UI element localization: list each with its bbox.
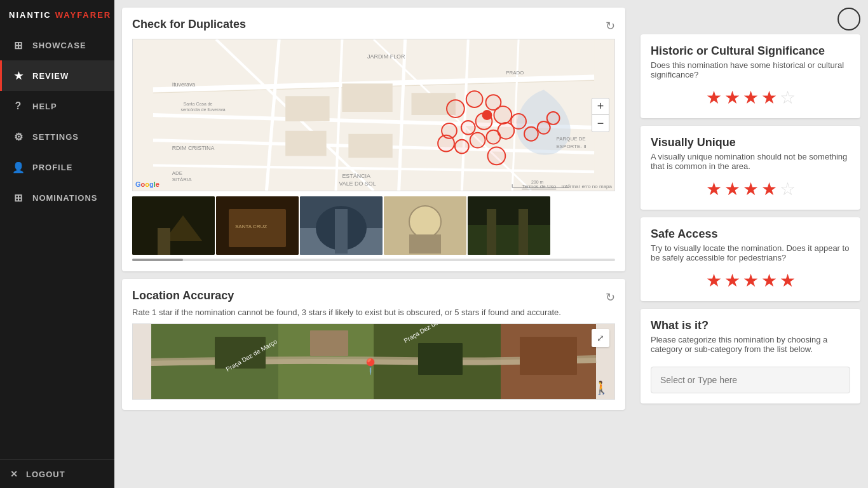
showcase-icon: ⊞ <box>12 39 25 51</box>
google-logo: Google <box>135 180 159 188</box>
visually-unique-card: Visually Unique A visually unique nomina… <box>641 126 860 210</box>
star-4[interactable]: ★ <box>761 270 777 291</box>
svg-point-37 <box>438 135 454 152</box>
sidebar-item-settings[interactable]: ⚙ SETTINGS <box>0 121 114 152</box>
svg-rect-77 <box>520 337 577 375</box>
visually-unique-description: A visually unique nomination should not … <box>651 152 850 171</box>
star-3[interactable]: ★ <box>743 87 759 108</box>
svg-point-46 <box>487 147 505 165</box>
safe-access-description: Try to visually locate the nomination. D… <box>651 243 850 262</box>
svg-point-30 <box>447 100 465 118</box>
svg-text:SANTA CRUZ: SANTA CRUZ <box>235 224 267 229</box>
category-input[interactable] <box>651 367 850 393</box>
photo-thumb-2[interactable]: SANTA CRUZ <box>216 196 299 255</box>
photo-thumb-3[interactable] <box>300 196 383 255</box>
svg-text:sericórdia de Ituverava: sericórdia de Ituverava <box>181 107 226 112</box>
svg-rect-68 <box>519 209 528 255</box>
sidebar-item-profile[interactable]: 👤 PROFILE <box>0 152 114 182</box>
location-refresh-icon[interactable]: ↻ <box>606 290 615 304</box>
satellite-map[interactable]: Praça Dez de Março Praça Dez de 📍 ⤢ 🚶 <box>132 323 615 400</box>
svg-point-43 <box>524 127 538 141</box>
svg-text:📍: 📍 <box>361 357 380 376</box>
person-icon: 👤 <box>12 161 25 173</box>
safe-access-title: Safe Access <box>651 227 850 241</box>
refresh-icon[interactable]: ↻ <box>606 19 615 33</box>
zoom-out-button[interactable]: − <box>592 115 609 132</box>
star-1[interactable]: ★ <box>706 270 722 291</box>
star-4[interactable]: ★ <box>761 87 777 108</box>
star-5[interactable]: ☆ <box>780 179 796 200</box>
duplicates-card: Check for Duplicates ↻ <box>122 8 625 271</box>
photo-thumb-1[interactable] <box>132 196 215 255</box>
logo: NIANTIC WAYFARER <box>0 0 114 30</box>
what-is-it-card: What is it? Please categorize this nomin… <box>641 309 860 403</box>
logo-wayfarer: WAYFARER <box>55 10 111 20</box>
star-2[interactable]: ★ <box>724 87 740 108</box>
svg-rect-75 <box>310 330 348 356</box>
svg-point-31 <box>466 91 483 107</box>
svg-text:JARDIM FLOR: JARDIM FLOR <box>367 53 405 60</box>
close-icon: ✕ <box>10 469 18 479</box>
star-4[interactable]: ★ <box>761 179 777 200</box>
svg-rect-67 <box>487 209 496 255</box>
star-1[interactable]: ★ <box>706 87 722 108</box>
star-icon: ★ <box>12 69 25 82</box>
logout-label: LOGOUT <box>26 470 65 479</box>
historic-card: Historic or Cultural Significance Does t… <box>641 34 860 118</box>
map-attribution: Termos de Uso Informar erro no mapa <box>522 184 612 189</box>
sidebar-bottom: ✕ LOGOUT <box>0 459 114 488</box>
svg-rect-16 <box>285 131 326 156</box>
logout-button[interactable]: ✕ LOGOUT <box>10 469 104 479</box>
photo-scrollbar[interactable] <box>132 259 615 261</box>
svg-text:PARQUE DE: PARQUE DE <box>557 136 586 142</box>
sidebar: NIANTIC WAYFARER ⊞ SHOWCASE ★ REVIEW ? H… <box>0 0 114 488</box>
map-svg: Ituverava JARDIM FLOR PRADO PARQUE DE ES… <box>133 39 614 191</box>
svg-text:VALE DO SOL: VALE DO SOL <box>339 180 376 187</box>
left-panel: Check for Duplicates ↻ <box>114 0 633 488</box>
zoom-in-button[interactable]: + <box>592 98 609 115</box>
sidebar-item-label: REVIEW <box>32 71 69 81</box>
sidebar-item-nominations[interactable]: ⊞ NOMINATIONS <box>0 182 114 213</box>
duplicates-title: Check for Duplicates <box>132 18 246 31</box>
sidebar-item-label: SETTINGS <box>32 132 79 142</box>
location-accuracy-title: Location Accuracy <box>132 289 234 302</box>
svg-rect-13 <box>285 96 329 121</box>
svg-text:Santa Casa de: Santa Casa de <box>184 102 213 106</box>
svg-text:RDIM CRISTINA: RDIM CRISTINA <box>172 145 215 151</box>
help-icon: ? <box>12 100 25 112</box>
svg-point-47 <box>482 110 492 120</box>
map-zoom-controls: + − <box>592 98 609 132</box>
profile-circle-button[interactable] <box>837 8 860 30</box>
plus-icon: ⊞ <box>12 191 25 204</box>
svg-point-63 <box>409 206 441 238</box>
star-3[interactable]: ★ <box>743 270 759 291</box>
svg-point-33 <box>494 106 512 124</box>
photo-thumb-4[interactable] <box>384 196 466 255</box>
duplicates-map[interactable]: Ituverava JARDIM FLOR PRADO PARQUE DE ES… <box>132 39 615 191</box>
expand-button[interactable]: ⤢ <box>592 329 609 347</box>
star-2[interactable]: ★ <box>724 179 740 200</box>
photo-scrollbar-thumb <box>132 259 183 261</box>
svg-point-42 <box>511 114 526 129</box>
star-2[interactable]: ★ <box>724 270 740 291</box>
svg-point-45 <box>547 112 560 125</box>
star-5[interactable]: ☆ <box>780 87 796 108</box>
main-content: Check for Duplicates ↻ <box>114 0 868 488</box>
star-3[interactable]: ★ <box>743 179 759 200</box>
location-accuracy-description: Rate 1 star if the nomination cannot be … <box>132 308 615 317</box>
street-view-icon[interactable]: 🚶 <box>593 380 609 395</box>
what-is-it-description: Please categorize this nomination by cho… <box>651 335 850 354</box>
sidebar-item-help[interactable]: ? HELP <box>0 91 114 121</box>
star-5[interactable]: ★ <box>780 270 796 291</box>
sidebar-item-showcase[interactable]: ⊞ SHOWCASE <box>0 30 114 60</box>
historic-description: Does this nomination have some historica… <box>651 60 850 79</box>
star-1[interactable]: ★ <box>706 179 722 200</box>
safe-access-rating: ★ ★ ★ ★ ★ <box>651 270 850 291</box>
sidebar-item-review[interactable]: ★ REVIEW <box>0 60 114 91</box>
historic-title: Historic or Cultural Significance <box>651 44 850 58</box>
svg-text:ADE: ADE <box>172 170 182 176</box>
top-actions <box>641 8 860 30</box>
sidebar-item-label: PROFILE <box>32 163 72 172</box>
photo-thumb-5[interactable] <box>468 196 550 255</box>
svg-text:SITÁRIA: SITÁRIA <box>172 177 193 182</box>
